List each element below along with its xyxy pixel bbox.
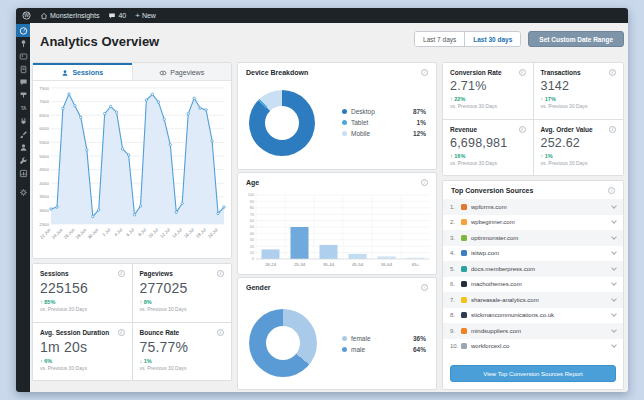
stat-title: Revenue bbox=[450, 126, 477, 133]
stat-card-conversion-rate: Conversion Ratei2.71%↑ 22%vs. Previous 3… bbox=[443, 63, 533, 119]
svg-text:22 Jun: 22 Jun bbox=[39, 227, 52, 240]
stat-value: 1m 20s bbox=[40, 339, 125, 355]
page-content: Analytics Overview Last 7 daysLast 30 da… bbox=[30, 23, 628, 392]
legend-item-mobile: Mobile12% bbox=[342, 128, 426, 139]
gender-panel: Gender i female36%male64% bbox=[237, 277, 437, 390]
source-row[interactable]: 1.wpforms.com bbox=[443, 199, 623, 215]
source-row[interactable]: 10.workforcexl.co bbox=[443, 339, 623, 355]
stat-delta: ↓ 1% bbox=[140, 358, 225, 364]
chevron-down-icon[interactable] bbox=[611, 218, 617, 224]
site-menu[interactable]: MonsterInsights bbox=[40, 12, 99, 20]
typography-icon: TA bbox=[19, 104, 28, 113]
source-row[interactable]: 9.mindsuppliers.com bbox=[443, 323, 623, 339]
source-row[interactable]: 4.isitwp.com bbox=[443, 246, 623, 262]
source-row[interactable]: 5.docs.memberpress.com bbox=[443, 261, 623, 277]
comments-menu[interactable]: 40 bbox=[108, 12, 126, 20]
view-sources-report-button[interactable]: View Top Conversion Sources Report bbox=[450, 365, 616, 382]
source-row[interactable]: 3.optinmonster.com bbox=[443, 230, 623, 246]
info-icon[interactable]: i bbox=[118, 329, 125, 336]
favicon-icon bbox=[461, 250, 467, 256]
source-row[interactable]: 8.stickmancommunications.co.uk bbox=[443, 308, 623, 324]
source-row[interactable]: 7.shareasale-analytics.com bbox=[443, 292, 623, 308]
favicon-icon bbox=[461, 328, 467, 334]
stat-value: 225156 bbox=[40, 280, 125, 296]
source-rank: 1. bbox=[450, 204, 461, 210]
chevron-down-icon[interactable] bbox=[611, 203, 617, 209]
tab-sessions[interactable]: Sessions bbox=[33, 63, 132, 80]
info-icon[interactable]: i bbox=[421, 69, 428, 76]
svg-text:30 Jun: 30 Jun bbox=[87, 227, 100, 240]
pages-icon bbox=[19, 65, 28, 74]
sidebar-item-posts[interactable] bbox=[16, 37, 30, 50]
sidebar-item-media[interactable] bbox=[16, 50, 30, 63]
svg-text:6500: 6500 bbox=[39, 113, 49, 118]
chevron-down-icon[interactable] bbox=[611, 342, 617, 348]
chevron-down-icon[interactable] bbox=[611, 265, 617, 271]
svg-text:65+: 65+ bbox=[412, 262, 420, 267]
last-7-days-button[interactable]: Last 7 days bbox=[415, 32, 464, 46]
svg-text:6000: 6000 bbox=[39, 126, 49, 131]
svg-text:5500: 5500 bbox=[39, 140, 49, 145]
svg-text:10 Jul: 10 Jul bbox=[147, 227, 159, 239]
sidebar-item-dashboard[interactable] bbox=[16, 24, 30, 37]
info-icon[interactable]: i bbox=[609, 69, 616, 76]
chevron-down-icon[interactable] bbox=[611, 234, 617, 240]
sidebar-item-settings[interactable] bbox=[16, 186, 30, 199]
sessions-chart-panel: SessionsPageviews 2500300035004000450050… bbox=[32, 62, 232, 259]
tab-pageviews[interactable]: Pageviews bbox=[132, 63, 232, 80]
chevron-down-icon[interactable] bbox=[611, 311, 617, 317]
set-custom-date-range-button[interactable]: Set Custom Date Range bbox=[528, 31, 624, 47]
info-icon[interactable]: i bbox=[519, 126, 526, 133]
sidebar-item-appearance[interactable] bbox=[16, 89, 30, 102]
wordpress-logo-icon[interactable]: W bbox=[22, 11, 31, 20]
chevron-down-icon[interactable] bbox=[611, 327, 617, 333]
legend-dot-icon bbox=[342, 131, 347, 136]
last-30-days-button[interactable]: Last 30 days bbox=[464, 32, 520, 46]
sidebar-item-tools[interactable] bbox=[16, 154, 30, 167]
source-row[interactable]: 6.machothemes.com bbox=[443, 277, 623, 293]
stat-delta: ↑ 1% bbox=[541, 153, 617, 159]
svg-text:W: W bbox=[24, 13, 29, 18]
sidebar-item-plugins[interactable] bbox=[16, 115, 30, 128]
stat-card-pageviews: Pageviewsi277025↑ 8%vs. Previous 30 Days bbox=[133, 264, 232, 322]
svg-text:8 Jul: 8 Jul bbox=[137, 227, 147, 237]
sidebar-item-insights[interactable] bbox=[16, 167, 30, 180]
stat-card-revenue: Revenuei6,698,981↑ 16%vs. Previous 30 Da… bbox=[443, 120, 533, 176]
info-icon[interactable]: i bbox=[608, 187, 615, 194]
stat-compare: vs. Previous 30 Days bbox=[140, 306, 225, 312]
stat-delta: ↑ 6% bbox=[40, 358, 125, 364]
sidebar-item-typography[interactable]: TA bbox=[16, 102, 30, 115]
stat-delta: ↑ 85% bbox=[40, 299, 125, 305]
new-menu[interactable]: + New bbox=[135, 12, 156, 19]
info-icon[interactable]: i bbox=[421, 179, 428, 186]
source-rank: 8. bbox=[450, 312, 461, 318]
source-row[interactable]: 2.wpbeginner.com bbox=[443, 215, 623, 231]
stat-compare: vs. Previous 30 Days bbox=[450, 103, 526, 109]
svg-text:80: 80 bbox=[250, 206, 254, 210]
source-rank: 2. bbox=[450, 219, 461, 225]
wp-admin-bar: W MonsterInsights 40 + New bbox=[16, 8, 628, 23]
svg-text:18 Jul: 18 Jul bbox=[195, 227, 207, 239]
stat-title: Conversion Rate bbox=[450, 69, 502, 76]
chevron-down-icon[interactable] bbox=[611, 280, 617, 286]
info-icon[interactable]: i bbox=[519, 69, 526, 76]
legend-item-desktop: Desktop87% bbox=[342, 106, 426, 117]
sidebar-item-users[interactable] bbox=[16, 141, 30, 154]
info-icon[interactable]: i bbox=[118, 270, 125, 277]
svg-text:2 Jul: 2 Jul bbox=[101, 227, 111, 237]
chevron-down-icon[interactable] bbox=[611, 296, 617, 302]
info-icon[interactable]: i bbox=[217, 270, 224, 277]
chevron-down-icon[interactable] bbox=[611, 249, 617, 255]
sessions-line-chart: 2500300035004000450050005500600065007000… bbox=[33, 81, 231, 261]
favicon-icon bbox=[461, 235, 467, 241]
info-icon[interactable]: i bbox=[217, 329, 224, 336]
svg-text:14 Jul: 14 Jul bbox=[171, 227, 183, 239]
source-domain: machothemes.com bbox=[471, 281, 612, 287]
sidebar-item-pages[interactable] bbox=[16, 63, 30, 76]
svg-text:3500: 3500 bbox=[39, 194, 49, 199]
chart-tabs: SessionsPageviews bbox=[33, 63, 231, 81]
info-icon[interactable]: i bbox=[421, 284, 428, 291]
sidebar-item-comments[interactable] bbox=[16, 76, 30, 89]
sidebar-item-customizer[interactable] bbox=[16, 128, 30, 141]
info-icon[interactable]: i bbox=[609, 126, 616, 133]
